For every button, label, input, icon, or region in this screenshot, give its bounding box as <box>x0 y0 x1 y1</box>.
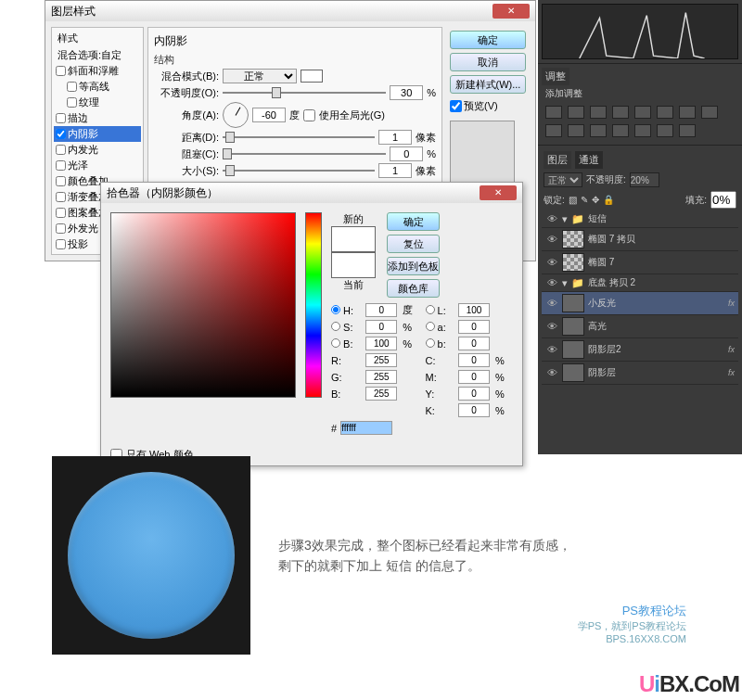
layer-shadow2[interactable]: 👁阴影层2fx <box>542 338 738 362</box>
s-radio[interactable] <box>331 322 340 331</box>
layer-highlight[interactable]: 👁高光 <box>542 315 738 338</box>
curves-icon[interactable] <box>590 106 607 119</box>
layers-tab[interactable]: 图层 <box>544 151 571 169</box>
layer-group-base[interactable]: 👁▾📁底盘 拷贝 2 <box>542 274 738 292</box>
fill-input[interactable] <box>710 191 736 209</box>
style-satin[interactable]: 光泽 <box>54 158 141 173</box>
blending-options[interactable]: 混合选项:自定 <box>54 47 141 63</box>
dialog-title-bar[interactable]: 图层样式 ✕ <box>45 1 535 21</box>
eye-icon[interactable]: 👁 <box>545 277 558 288</box>
fx-badge[interactable]: fx <box>728 368 735 377</box>
style-bevel[interactable]: 斜面和浮雕 <box>54 63 141 79</box>
a-input[interactable] <box>458 320 490 334</box>
b2-input[interactable] <box>458 337 490 350</box>
g-input[interactable] <box>365 370 397 384</box>
colorpicker-title-bar[interactable]: 拾色器（内阴影颜色） ✕ <box>101 183 522 203</box>
preview-checkbox-row[interactable]: 预览(V) <box>450 99 526 113</box>
bw-icon[interactable] <box>679 106 696 119</box>
style-inner-glow[interactable]: 内发光 <box>54 142 141 158</box>
b2-radio[interactable] <box>426 338 435 348</box>
opacity-slider[interactable] <box>223 86 386 99</box>
l-radio[interactable] <box>426 305 435 314</box>
cp-ok-button[interactable]: 确定 <box>387 212 440 231</box>
angle-input[interactable] <box>252 108 286 122</box>
h-radio[interactable] <box>331 305 340 314</box>
blend-mode-select[interactable]: 正常 <box>544 172 582 187</box>
a-radio[interactable] <box>426 322 435 331</box>
layer-opacity-input[interactable] <box>630 172 659 187</box>
eye-icon[interactable]: 👁 <box>545 213 558 224</box>
fx-badge[interactable]: fx <box>728 345 735 354</box>
eye-icon[interactable]: 👁 <box>545 344 558 355</box>
brightness-icon[interactable] <box>545 106 562 119</box>
close-icon[interactable]: ✕ <box>493 4 530 19</box>
lock-brush-icon[interactable]: ✎ <box>581 195 588 205</box>
style-inner-shadow[interactable]: 内阴影 <box>54 126 141 142</box>
h-input[interactable] <box>365 303 397 317</box>
layer-shadow[interactable]: 👁阴影层fx <box>542 362 738 385</box>
levels-icon[interactable] <box>568 106 584 119</box>
poster-icon[interactable] <box>612 124 629 137</box>
size-input[interactable] <box>378 163 412 178</box>
new-style-button[interactable]: 新建样式(W)... <box>450 75 526 94</box>
layer-ellipse7-copy[interactable]: 👁椭圆 7 拷贝 <box>542 228 738 251</box>
hue-icon[interactable] <box>657 106 673 119</box>
choke-slider[interactable] <box>223 147 386 160</box>
vibrance-icon[interactable] <box>634 106 651 119</box>
fx-badge[interactable]: fx <box>728 299 735 308</box>
cancel-button[interactable]: 取消 <box>450 53 526 71</box>
choke-input[interactable] <box>390 146 423 161</box>
layer-ellipse7[interactable]: 👁椭圆 7 <box>542 251 738 274</box>
shadow-color-swatch[interactable] <box>301 70 323 83</box>
close-icon[interactable]: ✕ <box>480 185 517 200</box>
style-contour[interactable]: 等高线 <box>54 79 141 95</box>
hue-strip[interactable] <box>305 212 322 398</box>
lock-move-icon[interactable]: ✥ <box>592 195 599 205</box>
lock-transparency-icon[interactable]: ▧ <box>569 195 577 205</box>
k-input[interactable] <box>458 403 490 417</box>
channels-tab[interactable]: 通道 <box>575 151 603 169</box>
invert-icon[interactable] <box>590 124 607 137</box>
opacity-input[interactable] <box>390 85 423 100</box>
distance-input[interactable] <box>378 130 412 145</box>
size-slider[interactable] <box>223 164 375 177</box>
s-input[interactable] <box>365 320 397 334</box>
blend-mode-select[interactable]: 正常 <box>223 69 297 83</box>
cp-add-swatch-button[interactable]: 添加到色板 <box>387 257 440 275</box>
distance-slider[interactable] <box>223 131 375 144</box>
layer-group-sms[interactable]: 👁▾📁短信 <box>542 210 738 228</box>
hex-input[interactable] <box>340 421 392 435</box>
exposure-icon[interactable] <box>612 106 629 119</box>
b-radio[interactable] <box>331 338 340 348</box>
photo-filter-icon[interactable] <box>701 106 718 119</box>
eye-icon[interactable]: 👁 <box>545 234 558 245</box>
use-global-light-checkbox[interactable] <box>303 109 315 121</box>
adjustments-tab[interactable]: 调整 <box>542 68 569 85</box>
lookup-icon[interactable] <box>568 124 584 137</box>
cp-color-lib-button[interactable]: 颜色库 <box>387 279 440 298</box>
ok-button[interactable]: 确定 <box>450 31 526 49</box>
eye-icon[interactable]: 👁 <box>545 257 558 268</box>
eye-icon[interactable]: 👁 <box>545 321 558 332</box>
threshold-icon[interactable] <box>634 124 651 137</box>
style-texture[interactable]: 纹理 <box>54 95 141 110</box>
angle-dial[interactable] <box>223 102 249 128</box>
layer-small-highlight[interactable]: 👁小反光fx <box>542 292 738 315</box>
selective-icon[interactable] <box>679 124 696 137</box>
b-input[interactable] <box>365 337 397 350</box>
chevron-down-icon[interactable]: ▾ <box>562 277 568 289</box>
y-input[interactable] <box>458 387 490 401</box>
lock-all-icon[interactable]: 🔒 <box>603 195 614 205</box>
c-input[interactable] <box>458 353 490 367</box>
style-stroke[interactable]: 描边 <box>54 110 141 126</box>
m-input[interactable] <box>458 370 490 384</box>
channel-mixer-icon[interactable] <box>545 124 562 137</box>
saturation-field[interactable] <box>110 212 296 398</box>
gradient-map-icon[interactable] <box>657 124 673 137</box>
bl-input[interactable] <box>365 387 397 401</box>
chevron-down-icon[interactable]: ▾ <box>562 213 568 225</box>
eye-icon[interactable]: 👁 <box>545 367 558 378</box>
r-input[interactable] <box>365 353 397 367</box>
eye-icon[interactable]: 👁 <box>545 298 558 309</box>
l-input[interactable] <box>458 303 490 317</box>
